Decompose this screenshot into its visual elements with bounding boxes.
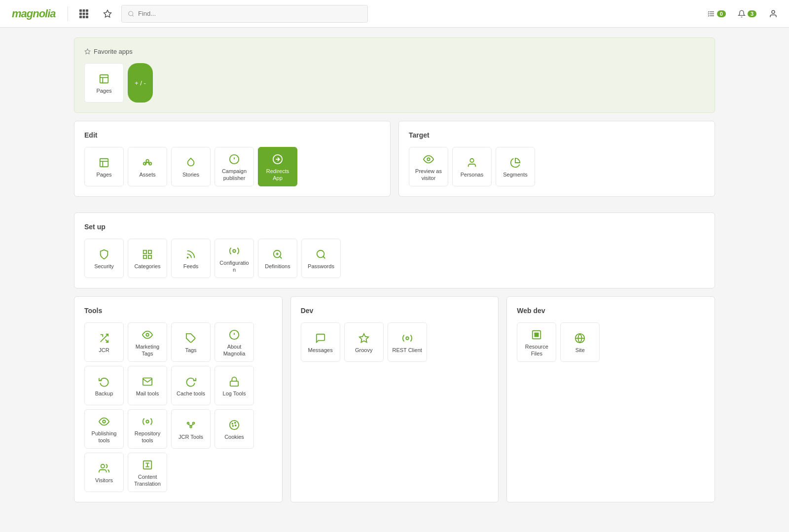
messages-label: Messages — [308, 347, 333, 354]
app-tile-backup[interactable]: Backup — [84, 366, 124, 405]
app-tile-preview-visitor[interactable]: Preview as visitor — [409, 147, 448, 186]
search-input[interactable] — [138, 10, 361, 17]
svg-point-56 — [146, 420, 149, 423]
svg-marker-9 — [104, 10, 111, 17]
definitions-label: Definitions — [265, 263, 290, 270]
svg-point-57 — [187, 422, 189, 424]
edit-title: Edit — [84, 131, 380, 139]
personas-icon — [466, 157, 477, 168]
favorites-button[interactable] — [98, 4, 117, 24]
app-tile-repository-tools[interactable]: Repository tools — [128, 409, 167, 449]
tools-grid: JCR Marketing Tags — [84, 322, 272, 492]
groovy-icon — [359, 333, 369, 344]
configuration-icon — [229, 246, 240, 256]
app-tile-marketing-tags[interactable]: Marketing Tags — [128, 322, 167, 362]
categories-icon — [142, 249, 153, 260]
app-tile-cache-tools[interactable]: Cache tools — [171, 366, 211, 405]
segments-label: Segments — [503, 171, 528, 178]
app-tile-resource-files[interactable]: Resource Files — [517, 322, 556, 362]
svg-rect-5 — [86, 12, 88, 15]
cookies-icon — [229, 420, 240, 430]
app-tile-visitors[interactable]: Visitors — [84, 453, 124, 492]
app-tile-rest-client[interactable]: REST Client — [388, 322, 427, 362]
repository-icon — [142, 416, 153, 427]
pages-fav-label: Pages — [96, 87, 111, 94]
app-tile-about-magnolia[interactable]: About Magnolia — [215, 322, 254, 362]
search-bar — [121, 5, 368, 23]
edit-section: Edit Pages — [74, 121, 391, 197]
svg-point-67 — [101, 464, 105, 468]
visitors-icon — [99, 463, 109, 474]
app-tile-assets[interactable]: Assets — [128, 147, 167, 186]
app-tile-segments[interactable]: Segments — [496, 147, 535, 186]
app-tile-pages[interactable]: Pages — [84, 147, 124, 186]
messages-icon — [315, 333, 326, 344]
mail-tools-label: Mail tools — [136, 390, 159, 397]
app-tile-cookies[interactable]: Cookies — [215, 409, 254, 449]
backup-icon — [99, 376, 109, 387]
star-icon — [84, 48, 91, 55]
groovy-label: Groovy — [355, 347, 372, 354]
svg-marker-16 — [85, 49, 90, 54]
tasks-button[interactable]: 0 — [702, 7, 731, 21]
translation-icon — [142, 460, 153, 470]
app-tile-passwords[interactable]: Passwords — [301, 239, 341, 278]
svg-point-55 — [103, 420, 106, 423]
app-tile-messages[interactable]: Messages — [301, 322, 340, 362]
app-tile-groovy[interactable]: Groovy — [344, 322, 384, 362]
tools-title: Tools — [84, 307, 272, 315]
about-icon — [229, 329, 240, 340]
app-tile-publishing-tools[interactable]: Publishing tools — [84, 409, 124, 449]
svg-point-33 — [427, 158, 430, 161]
app-tile-campaign-publisher[interactable]: Campaign publisher — [215, 147, 254, 186]
publishing-icon — [99, 416, 109, 427]
bell-icon — [738, 10, 746, 18]
grid-menu-button[interactable] — [74, 4, 94, 24]
app-tile-definitions[interactable]: Definitions — [258, 239, 297, 278]
notifications-button[interactable]: 3 — [733, 7, 761, 21]
svg-rect-38 — [148, 255, 151, 258]
webdev-section: Web dev Resource Files — [506, 296, 715, 502]
favorites-grid: Pages + / - — [84, 63, 705, 103]
add-remove-favorites-button[interactable]: + / - — [128, 63, 153, 103]
main-content: Favorite apps Pages + / - Edit — [64, 28, 725, 528]
header-divider — [68, 6, 68, 21]
app-tile-jcr-tools[interactable]: JCR Tools — [171, 409, 211, 449]
svg-rect-54 — [230, 381, 239, 386]
app-tile-stories[interactable]: Stories — [171, 147, 211, 186]
cache-icon — [185, 376, 196, 387]
jcr-tools-label: JCR Tools — [179, 433, 203, 440]
svg-rect-1 — [82, 9, 85, 12]
app-tile-redirects-app[interactable]: Redirects App — [258, 147, 297, 186]
preview-icon — [423, 154, 434, 165]
assets-label: Assets — [139, 171, 155, 178]
app-tile-jcr[interactable]: JCR — [84, 322, 124, 362]
svg-point-49 — [146, 333, 149, 336]
assets-icon — [142, 157, 153, 168]
app-tile-personas[interactable]: Personas — [452, 147, 492, 186]
stories-icon — [185, 157, 196, 168]
svg-point-59 — [193, 422, 195, 424]
app-tile-site[interactable]: Site — [560, 322, 600, 362]
segments-icon — [510, 157, 521, 168]
app-tile-pages-fav[interactable]: Pages — [84, 63, 124, 103]
app-tile-content-translation[interactable]: Content Translation — [128, 453, 167, 492]
definitions-icon — [272, 249, 283, 260]
app-tile-log-tools[interactable]: Log Tools — [215, 366, 254, 405]
app-tile-categories[interactable]: Categories — [128, 239, 167, 278]
app-tile-mail-tools[interactable]: Mail tools — [128, 366, 167, 405]
svg-rect-37 — [143, 255, 146, 258]
cookies-label: Cookies — [224, 433, 244, 440]
user-button[interactable] — [763, 4, 783, 24]
svg-rect-2 — [86, 9, 88, 12]
webdev-title: Web dev — [517, 307, 705, 315]
campaign-icon — [229, 154, 240, 165]
app-tile-feeds[interactable]: Feeds — [171, 239, 211, 278]
app-tile-security[interactable]: Security — [84, 239, 124, 278]
tools-dev-webdev-row: Tools JCR — [74, 296, 715, 510]
jcr-icon — [99, 333, 109, 344]
dev-title: Dev — [301, 307, 489, 315]
app-tile-configuration[interactable]: Configuration — [215, 239, 254, 278]
svg-rect-35 — [143, 250, 146, 253]
app-tile-tags[interactable]: Tags — [171, 322, 211, 362]
